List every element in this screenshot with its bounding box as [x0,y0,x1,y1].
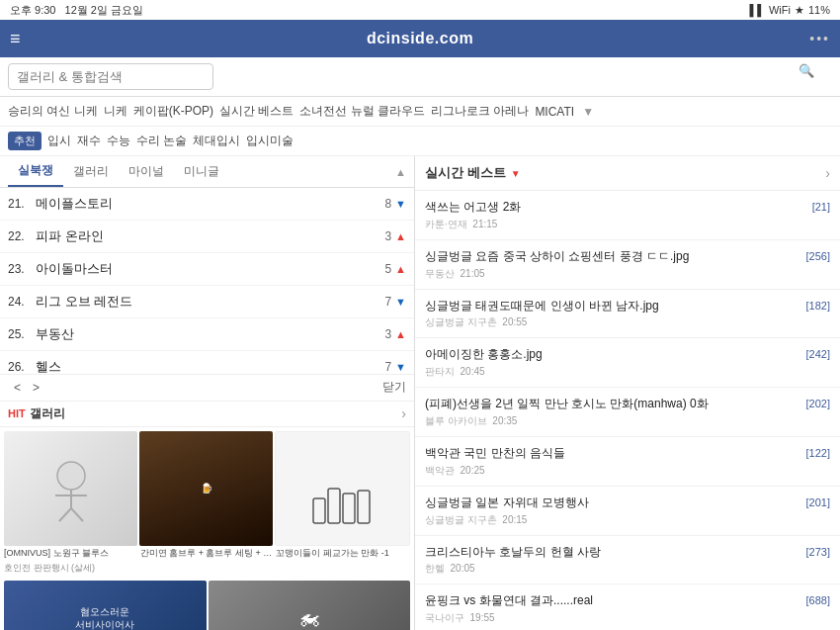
main-content: 실북쟁 갤러리 마이널 미니글 ▲ 21. 메이플스토리 8 ▼ 22. 피파 … [0,156,840,630]
rt-items-container: 색쓰는 어고생 2화 [21] 카툰·연재 21:15 싱글벙글 요즘 중국 상… [415,191,840,630]
site-title: dcinside.com [367,30,473,47]
thumb-caption-2: 꼬맹이들이 페교가는 만화 -1 [276,548,410,560]
hit-subcaptions-row1: 호인전 판판행시 (살세) [0,561,414,577]
ranking-item-26[interactable]: 26. 헬스 7 ▼ [0,351,414,374]
left-panel: 실북쟁 갤러리 마이널 미니글 ▲ 21. 메이플스토리 8 ▼ 22. 피파 … [0,156,415,630]
signal-icon: ▌▌ [749,4,765,16]
search-bar: 🔍 [0,57,840,97]
tag-0[interactable]: 입시 [47,133,71,149]
next-page-button[interactable]: > [27,379,45,397]
active-tag-button[interactable]: 추천 [8,132,42,150]
tag-row: 추천 입시 재수 수능 수리 논술 체대입시 입시미술 [0,127,840,156]
rt-item-0[interactable]: 색쓰는 어고생 2화 [21] 카툰·연재 21:15 [415,191,840,240]
realtime-indicator: ▼ [511,168,521,179]
ranking-item-23[interactable]: 23. 아이돌마스터 5 ▲ [0,253,414,286]
close-button[interactable]: 닫기 [382,379,406,396]
hot-keyword-3[interactable]: 실시간 베스트 [219,103,294,120]
thumb-subcaption-0: 호인전 판판행시 (살세) [4,563,138,575]
arrow-down-icon: ▼ [395,361,406,373]
ranking-item-24[interactable]: 24. 리그 오브 레전드 7 ▼ [0,286,414,318]
tag-2[interactable]: 수능 [107,133,130,149]
hit-thumbnails-row2: 혐오스러운서비사이어사 🏍 [0,577,414,630]
hit-captions-row1: [OMNIVUS] 노원구 블루스 간미연 홈브루 + 홈브루 세팅 + 홈브루… [0,546,414,562]
realtime-header: 실시간 베스트 ▼ › [415,156,840,191]
more-options-button[interactable]: ••• [809,31,830,46]
hot-keyword-2[interactable]: 케이팝(K-POP) [133,103,213,120]
ranking-item-25[interactable]: 25. 부동산 3 ▲ [0,318,414,351]
ranking-item-22[interactable]: 22. 피파 온라인 3 ▲ [0,221,414,253]
search-container: 🔍 [8,63,832,90]
thumb-caption-1: 간미연 홈브루 + 홈브루 세팅 + 홈브루 관련 잡담 [140,548,275,560]
arrow-down-icon: ▼ [395,296,406,308]
realtime-arrow[interactable]: › [825,165,830,181]
arrow-down-icon: ▼ [395,198,406,210]
right-panel: 실시간 베스트 ▼ › 색쓰는 어고생 2화 [21] 카툰·연재 21:15 … [415,156,840,630]
bluetooth-icon: ★ [795,4,804,17]
svg-line-3 [59,508,71,521]
thumbnail-2[interactable] [275,431,410,546]
status-bar: 오후 9:30 12월 2일 금요일 ▌▌ WiFi ★ 11% [0,0,840,20]
ranking-item-21[interactable]: 21. 메이플스토리 8 ▼ [0,188,414,221]
arrow-up-icon: ▲ [395,230,406,242]
tab-realtime[interactable]: 실북쟁 [8,156,63,187]
rt-item-1[interactable]: 싱글벙글 요즘 중국 상하이 쇼핑센터 풍경 ㄷㄷ.jpg [256] 무동산 … [415,240,840,290]
tag-3[interactable]: 수리 논술 [136,133,187,149]
hot-keywords-chevron[interactable]: ▼ [582,105,594,119]
tag-1[interactable]: 재수 [77,133,101,149]
menu-button[interactable]: ≡ [10,29,21,49]
arrow-up-icon: ▲ [395,328,406,340]
hit-label: HIT [8,407,26,419]
svg-rect-8 [358,491,370,523]
thumbnail-3[interactable]: 혐오스러운서비사이어사 [4,581,207,630]
tag-5[interactable]: 입시미술 [246,133,294,149]
status-time: 오후 9:30 12월 2일 금요일 [10,3,143,18]
svg-point-0 [57,462,85,490]
svg-rect-7 [343,494,355,523]
battery-icon: 11% [808,4,830,16]
rt-item-6[interactable]: 싱글벙글 일본 자위대 모병행사 [201] 싱글벙글 지구촌 20:15 [415,487,840,536]
rt-item-7[interactable]: 크리스티아누 호날두의 헌혈 사랑 [273] 한헬 20:05 [415,536,840,585]
rt-item-4[interactable]: (피폐)선생을 2년 일찍 만난 호시노 만화(manhwa) 0화 [202]… [415,388,840,437]
header: ≡ dcinside.com ••• [0,20,840,57]
search-icon[interactable]: 🔍 [798,63,814,78]
rt-item-8[interactable]: 윤핑크 vs 화물연대 결과......real [688] 국나이구 19:5… [415,585,840,630]
svg-rect-5 [313,498,325,523]
tab-gallery[interactable]: 갤러리 [63,157,119,186]
hot-keywords-row: 승리의 여신 니케 니케 케이팝(K-POP) 실시간 베스트 소녀전선 뉴럴 … [0,97,840,127]
hot-keyword-6[interactable]: MICATI [535,105,574,119]
rt-item-2[interactable]: 싱글벙글 태권도때문에 인생이 바뀐 남자.jpg [182] 싱글벙글 지구촌… [415,290,840,339]
svg-line-4 [71,508,83,521]
prev-page-button[interactable]: < [8,379,27,397]
hot-keyword-4[interactable]: 소녀전선 뉴럴 클라우드 [299,103,425,120]
search-input[interactable] [8,63,213,90]
tab-mini[interactable]: 미니글 [174,157,229,186]
ranking-list: 21. 메이플스토리 8 ▼ 22. 피파 온라인 3 ▲ 23. 아이돌마스터… [0,188,414,374]
thumb-caption-0: [OMNIVUS] 노원구 블루스 [4,548,138,560]
hit-gallery-header: HIT 갤러리 › [0,402,414,427]
thumbnail-4[interactable]: 🏍 [209,581,411,630]
rt-item-3[interactable]: 아메이징한 홍홍소.jpg [242] 판타지 20:45 [415,338,840,388]
pagination: < > 닫기 [0,374,414,402]
tag-4[interactable]: 체대입시 [193,133,240,149]
hot-keyword-0[interactable]: 승리의 여신 니케 [8,103,98,120]
thumbnail-0[interactable] [4,431,137,546]
left-tabs: 실북쟁 갤러리 마이널 미니글 ▲ [0,156,414,188]
status-icons: ▌▌ WiFi ★ 11% [749,4,830,17]
realtime-title: 실시간 베스트 ▼ [425,164,521,182]
arrow-up-icon: ▲ [395,263,406,275]
wifi-icon: WiFi [769,4,791,16]
hit-gallery-arrow[interactable]: › [401,405,406,421]
tab-up-icon[interactable]: ▲ [395,166,406,178]
rt-item-5[interactable]: 백악관 국민 만찬의 음식들 [122] 백악관 20:25 [415,437,840,487]
hot-keyword-5[interactable]: 리그나로크 아레나 [431,103,529,120]
svg-rect-6 [328,489,340,523]
hit-thumbnails-row1: 🍺 [0,427,414,546]
thumbnail-1[interactable]: 🍺 [139,431,273,546]
hot-keyword-1[interactable]: 니케 [104,103,127,120]
tab-mynal[interactable]: 마이널 [119,157,174,186]
gallery-label: 갤러리 [30,405,65,422]
